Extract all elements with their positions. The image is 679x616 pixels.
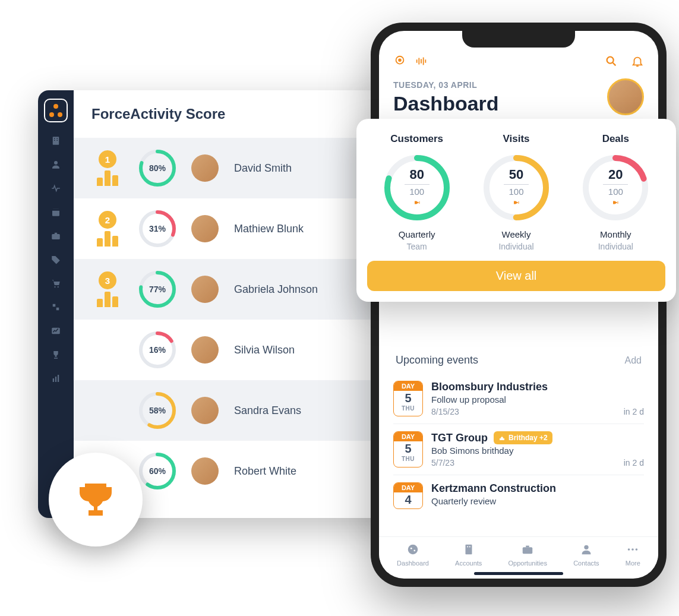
date-line: TUESDAY, 03 APRIL	[393, 80, 499, 90]
svg-point-49	[636, 548, 638, 551]
briefcase-icon[interactable]	[50, 230, 61, 241]
event-row[interactable]: DAY 5 THU TGT Group Brithday +2 Bob Simo…	[393, 424, 644, 475]
avatar	[191, 336, 219, 364]
trophy-icon	[413, 198, 421, 209]
tab-label: Opportunities	[509, 560, 547, 567]
tab-dashboard[interactable]: Dashboard	[397, 543, 429, 567]
trophy-icon[interactable]	[50, 349, 61, 360]
person-name: Robert White	[234, 465, 296, 478]
kpi-scope: Individual	[598, 242, 633, 251]
score-ring: 16%	[139, 331, 176, 368]
svg-point-40	[413, 549, 415, 551]
podium-icon	[97, 170, 118, 186]
svg-rect-13	[56, 308, 59, 311]
accounts-icon	[462, 543, 475, 557]
kpi-item[interactable]: Visits 50 100 Weekly Individual	[467, 133, 566, 251]
pulse-icon[interactable]	[50, 183, 61, 194]
profile-avatar[interactable]	[607, 78, 644, 115]
tab-more[interactable]: More	[626, 543, 640, 567]
tab-label: More	[626, 560, 640, 567]
search-icon[interactable]	[605, 55, 618, 70]
score-percent: 60%	[139, 453, 176, 489]
event-name: TGT Group Brithday +2	[431, 431, 644, 444]
tab-label: Accounts	[455, 560, 482, 567]
svg-point-37	[607, 57, 614, 64]
view-all-button[interactable]: View all	[367, 261, 665, 291]
svg-rect-35	[423, 58, 424, 65]
add-event-button[interactable]: Add	[625, 355, 642, 366]
kpi-max: 100	[409, 187, 424, 197]
svg-rect-12	[53, 304, 56, 307]
kpi-card: Customers 80 100 Quarterly Team Visits 5…	[356, 119, 676, 302]
bell-icon[interactable]	[631, 55, 644, 70]
event-row[interactable]: DAY 4 Kertzmann Construction Quarterly r…	[393, 475, 644, 516]
rank-cell: 2	[91, 211, 124, 247]
calendar-icon[interactable]	[50, 207, 61, 217]
contacts-icon	[580, 543, 593, 557]
rank-badge: 3	[99, 271, 116, 289]
app-logo[interactable]	[44, 99, 68, 122]
trophy-icon	[612, 198, 619, 209]
svg-rect-41	[465, 545, 472, 555]
score-percent: 31%	[139, 210, 176, 247]
svg-rect-3	[54, 140, 55, 141]
kpi-period: Monthly	[600, 229, 631, 239]
opportunities-icon	[521, 543, 534, 557]
tab-opportunities[interactable]: Opportunities	[509, 543, 547, 567]
svg-rect-42	[467, 546, 468, 548]
svg-rect-7	[52, 209, 59, 211]
podium-icon	[97, 292, 118, 307]
tab-label: Contacts	[573, 560, 599, 567]
kpi-period: Weekly	[502, 229, 531, 239]
kpi-label: Deals	[602, 133, 629, 145]
cart-icon[interactable]	[50, 278, 61, 289]
kpi-ring: 20 100	[580, 152, 651, 223]
svg-point-31	[399, 59, 401, 61]
svg-rect-9	[55, 233, 58, 234]
kpi-item[interactable]: Deals 20 100 Monthly Individual	[566, 133, 665, 251]
dashboard-icon	[406, 543, 419, 557]
kpi-label: Visits	[503, 133, 529, 145]
event-date: 5/7/23	[431, 458, 454, 467]
waveform-icon[interactable]	[415, 55, 428, 70]
avatar	[191, 215, 219, 242]
score-percent: 80%	[139, 150, 176, 187]
podium-icon	[97, 231, 118, 247]
tag-icon[interactable]	[50, 254, 61, 265]
event-row[interactable]: DAY 5 THU Bloomsbury Industries Follow u…	[393, 374, 644, 424]
score-percent: 77%	[139, 271, 176, 308]
svg-point-47	[628, 548, 630, 551]
person-name: Silvia Wilson	[234, 344, 295, 356]
svg-point-11	[58, 286, 59, 288]
svg-point-39	[410, 548, 412, 549]
kpi-value: 80	[409, 167, 424, 182]
person-name: Mathiew Blunk	[234, 223, 304, 235]
user-icon[interactable]	[50, 159, 61, 170]
cubes-icon[interactable]	[50, 302, 61, 312]
bars-icon[interactable]	[50, 373, 61, 384]
score-ring: 77%	[139, 271, 176, 308]
chart-icon[interactable]	[50, 326, 61, 336]
event-date: 8/15/23	[431, 407, 459, 416]
tab-accounts[interactable]: Accounts	[455, 543, 482, 567]
building-icon[interactable]	[50, 135, 61, 146]
tab-contacts[interactable]: Contacts	[573, 543, 599, 567]
svg-point-48	[631, 548, 634, 551]
avatar	[191, 154, 219, 182]
svg-point-5	[54, 161, 58, 165]
avatar	[191, 457, 219, 485]
events-section: Upcoming events Add DAY 5 THU Bloomsbury…	[393, 354, 644, 516]
kpi-item[interactable]: Customers 80 100 Quarterly Team	[368, 133, 466, 251]
location-icon[interactable]	[393, 55, 406, 70]
day-box: DAY 4	[393, 482, 423, 509]
score-percent: 58%	[139, 392, 176, 429]
kpi-label: Customers	[390, 133, 443, 145]
event-eta: in 2 d	[624, 407, 644, 416]
svg-rect-33	[418, 58, 419, 65]
avatar	[191, 397, 219, 424]
rank-cell: 3	[91, 271, 124, 307]
kpi-value: 20	[608, 167, 623, 182]
home-indicator[interactable]	[474, 572, 563, 575]
svg-point-10	[54, 286, 55, 288]
kpi-value: 50	[509, 167, 523, 182]
